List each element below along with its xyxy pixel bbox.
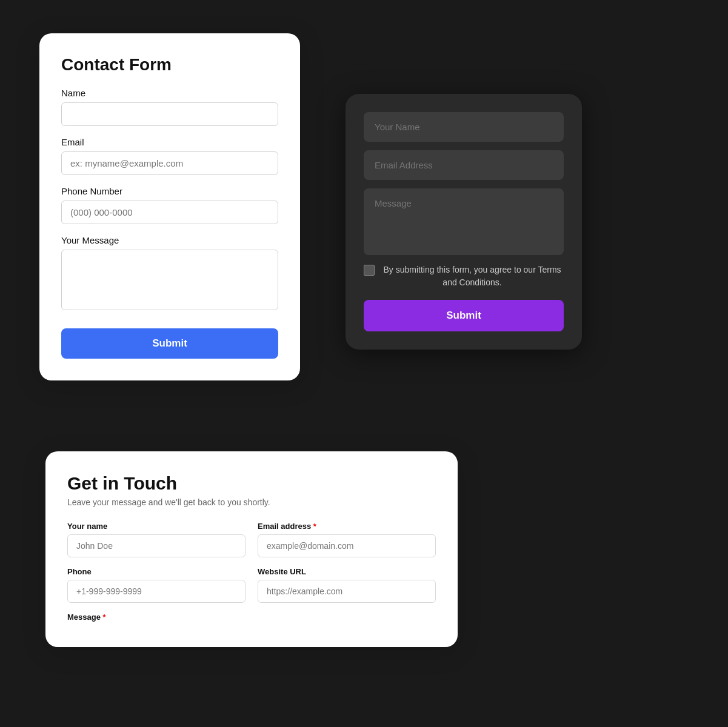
website-col: Website URL bbox=[258, 567, 436, 603]
email-field-group: Email bbox=[61, 137, 278, 175]
phone-field-group: Phone Number bbox=[61, 186, 278, 224]
dark-submit-button[interactable]: Submit bbox=[364, 300, 564, 331]
contact-form-title: Contact Form bbox=[61, 55, 278, 75]
message-field-group: Your Message bbox=[61, 235, 278, 313]
name-field-group: Name bbox=[61, 88, 278, 126]
message-required-mark: * bbox=[103, 612, 106, 622]
dark-name-input[interactable] bbox=[364, 112, 564, 142]
your-name-label: Your name bbox=[67, 522, 245, 531]
phone-website-row: Phone Website URL bbox=[67, 567, 436, 603]
name-input[interactable] bbox=[61, 102, 278, 126]
your-name-input[interactable] bbox=[67, 534, 245, 557]
terms-text: By submitting this form, you agree to ou… bbox=[381, 264, 564, 289]
dark-message-textarea[interactable] bbox=[364, 188, 564, 255]
phone-label: Phone Number bbox=[61, 186, 278, 196]
message-label-git: Message * bbox=[67, 612, 436, 622]
your-name-col: Your name bbox=[67, 522, 245, 557]
email-input[interactable] bbox=[61, 151, 278, 175]
dark-email-input[interactable] bbox=[364, 150, 564, 180]
terms-row: By submitting this form, you agree to ou… bbox=[364, 264, 564, 289]
message-row: Message * bbox=[67, 612, 436, 622]
submit-button[interactable]: Submit bbox=[61, 328, 278, 359]
website-label: Website URL bbox=[258, 567, 436, 576]
email-label: Email bbox=[61, 137, 278, 147]
email-required-mark: * bbox=[313, 522, 316, 531]
email-address-input[interactable] bbox=[258, 534, 436, 557]
contact-form-card: Contact Form Name Email Phone Number You… bbox=[39, 33, 300, 380]
get-in-touch-card: Get in Touch Leave your message and we'l… bbox=[45, 451, 458, 647]
message-textarea[interactable] bbox=[61, 250, 278, 310]
message-label: Your Message bbox=[61, 235, 278, 245]
dark-contact-form-card: By submitting this form, you agree to ou… bbox=[346, 94, 582, 350]
email-col: Email address * bbox=[258, 522, 436, 557]
get-in-touch-title: Get in Touch bbox=[67, 473, 436, 494]
phone-label-git: Phone bbox=[67, 567, 245, 576]
phone-input[interactable] bbox=[61, 201, 278, 224]
website-input[interactable] bbox=[258, 580, 436, 603]
phone-col: Phone bbox=[67, 567, 245, 603]
phone-input-git[interactable] bbox=[67, 580, 245, 603]
terms-checkbox[interactable] bbox=[364, 265, 375, 276]
email-address-label: Email address * bbox=[258, 522, 436, 531]
name-email-row: Your name Email address * bbox=[67, 522, 436, 557]
name-label: Name bbox=[61, 88, 278, 98]
get-in-touch-subtitle: Leave your message and we'll get back to… bbox=[67, 497, 436, 507]
